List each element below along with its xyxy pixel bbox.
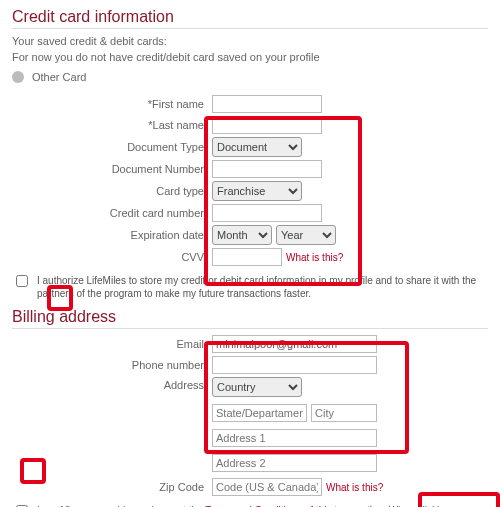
label-card-type: Card type	[12, 185, 212, 197]
label-cc-number: Credit card number	[12, 207, 212, 219]
label-doc-type: Document Type	[12, 141, 212, 153]
label-cvv: CVV	[12, 251, 212, 263]
billing-form: Email Phone number Address Country Zip C…	[12, 335, 488, 496]
label-first-name: *First name	[12, 98, 212, 110]
label-last-name: *Last name	[12, 119, 212, 131]
other-card-option[interactable]: Other Card	[12, 71, 488, 83]
label-doc-number: Document Number	[12, 163, 212, 175]
cc-form: *First name *Last name Document Type Doc…	[12, 95, 488, 266]
exp-month-select[interactable]: Month	[212, 225, 272, 245]
exp-year-select[interactable]: Year	[276, 225, 336, 245]
email-input[interactable]	[212, 335, 377, 353]
doc-number-input[interactable]	[212, 160, 322, 178]
phone-input[interactable]	[212, 356, 377, 374]
cc-nocard-text: For now you do not have credit/debit car…	[12, 51, 488, 63]
label-phone: Phone number	[12, 359, 212, 371]
cvv-help-link[interactable]: What is this?	[286, 252, 343, 263]
address1-input[interactable]	[212, 429, 377, 447]
card-type-select[interactable]: Franchise	[212, 181, 302, 201]
first-name-input[interactable]	[212, 95, 322, 113]
state-input[interactable]	[212, 404, 307, 422]
radio-icon	[12, 71, 24, 83]
other-card-label: Other Card	[32, 71, 86, 83]
label-email: Email	[12, 338, 212, 350]
cc-heading: Credit card information	[12, 8, 488, 29]
zip-input[interactable]	[212, 478, 322, 496]
label-zip: Zip Code	[12, 481, 212, 493]
cc-number-input[interactable]	[212, 204, 322, 222]
address2-input[interactable]	[212, 454, 377, 472]
authorize-text: I authorize LifeMiles to store my credit…	[37, 274, 488, 300]
zip-help-link[interactable]: What is this?	[326, 482, 383, 493]
cvv-input[interactable]	[212, 248, 282, 266]
doc-type-select[interactable]: Document	[212, 137, 302, 157]
country-select[interactable]: Country	[212, 377, 302, 397]
authorize-row: I authorize LifeMiles to store my credit…	[12, 274, 488, 300]
label-exp: Expiration date	[12, 229, 212, 241]
city-input[interactable]	[311, 404, 377, 422]
last-name-input[interactable]	[212, 116, 322, 134]
billing-heading: Billing address	[12, 308, 488, 329]
cc-saved-text: Your saved credit & debit cards:	[12, 35, 488, 47]
page-root: Credit card information Your saved credi…	[12, 8, 488, 507]
authorize-checkbox[interactable]	[16, 275, 28, 287]
label-address: Address	[12, 377, 212, 391]
